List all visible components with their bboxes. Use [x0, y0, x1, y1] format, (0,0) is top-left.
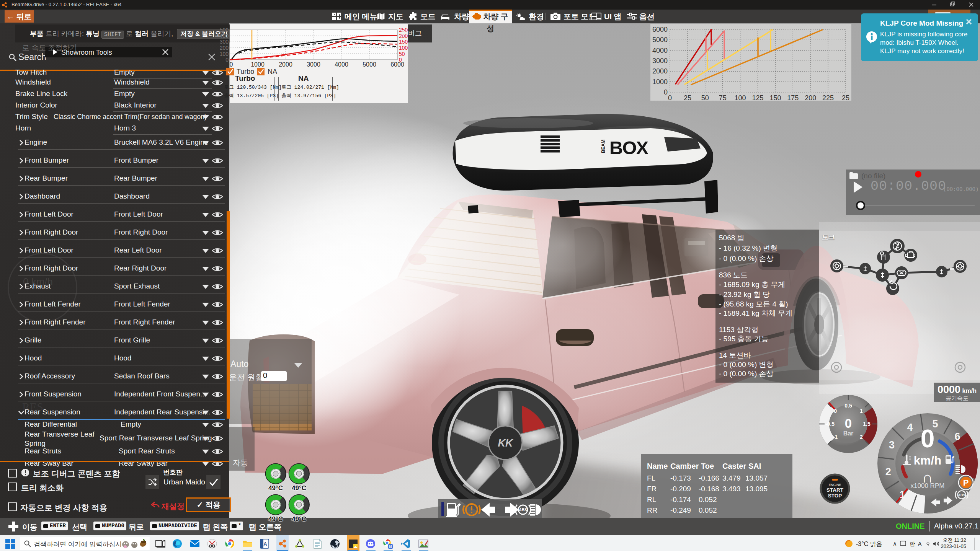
- svg-text:300: 300: [220, 39, 229, 45]
- svg-text:0: 0: [225, 57, 229, 63]
- svg-text:400: 400: [220, 33, 229, 39]
- svg-text:0: 0: [668, 94, 672, 101]
- svg-text:6: 6: [955, 431, 960, 442]
- svg-text:1: 1: [899, 489, 905, 500]
- svg-text:1: 1: [860, 408, 863, 414]
- svg-text:4: 4: [907, 422, 913, 433]
- svg-text:0: 0: [834, 408, 837, 414]
- svg-text:0: 0: [230, 61, 233, 68]
- svg-text:2000: 2000: [652, 67, 668, 75]
- svg-text:3000: 3000: [307, 61, 320, 68]
- svg-text:NA: NA: [298, 74, 309, 82]
- svg-text:km/h: km/h: [914, 454, 941, 467]
- svg-text:100: 100: [220, 51, 229, 57]
- svg-text:출력 13.97/156 [PS]: 출력 13.97/156 [PS]: [281, 93, 336, 99]
- svg-text:ENGINE: ENGINE: [829, 483, 841, 487]
- svg-text:B: B: [389, 544, 392, 549]
- svg-text:25: 25: [842, 94, 849, 101]
- svg-text:2: 2: [885, 466, 891, 478]
- svg-text:6000: 6000: [390, 61, 404, 68]
- svg-text:-0.5: -0.5: [825, 421, 835, 427]
- svg-text:출력 13.57/205 [PS]: 출력 13.57/205 [PS]: [224, 93, 279, 99]
- svg-text:ABS: ABS: [958, 493, 965, 497]
- svg-text:3: 3: [889, 439, 895, 451]
- svg-text:BOX: BOX: [609, 137, 649, 158]
- svg-text:Turbo: Turbo: [235, 74, 255, 82]
- svg-text:Bar: Bar: [843, 430, 854, 437]
- svg-text:175: 175: [787, 94, 799, 101]
- svg-text:START: START: [826, 487, 844, 493]
- svg-text:0.5: 0.5: [844, 403, 852, 409]
- svg-text:KK: KK: [498, 437, 514, 449]
- svg-text:49°C: 49°C: [292, 484, 306, 492]
- svg-text:150: 150: [769, 94, 781, 101]
- svg-text:4000: 4000: [652, 47, 668, 54]
- svg-text:1000: 1000: [652, 78, 668, 86]
- svg-text:1.5: 1.5: [863, 421, 871, 427]
- svg-text:BEAM: BEAM: [601, 140, 606, 153]
- svg-text:150: 150: [399, 39, 408, 45]
- svg-text:100: 100: [399, 45, 408, 51]
- svg-text:토크 120.50/343 [Nm]: 토크 120.50/343 [Nm]: [224, 85, 282, 90]
- svg-text:2000: 2000: [279, 61, 292, 68]
- svg-text:A: A: [263, 541, 267, 547]
- svg-text:125: 125: [752, 94, 763, 101]
- svg-text:0: 0: [664, 88, 668, 96]
- svg-text:3000: 3000: [652, 57, 668, 65]
- svg-text:ABS: ABS: [519, 508, 527, 512]
- svg-text:200: 200: [805, 94, 816, 101]
- svg-text:500: 500: [220, 27, 229, 33]
- svg-text:49°C: 49°C: [292, 515, 306, 523]
- svg-text:5000: 5000: [363, 61, 376, 68]
- svg-text:25: 25: [684, 94, 691, 101]
- svg-text:4000: 4000: [335, 61, 348, 68]
- svg-text:토크 124.02/271 [Nm]: 토크 124.02/271 [Nm]: [281, 85, 339, 90]
- svg-text:A: A: [918, 541, 922, 547]
- svg-text:50: 50: [701, 94, 709, 101]
- svg-text:-1: -1: [833, 434, 838, 440]
- svg-text:49°C: 49°C: [268, 515, 283, 523]
- svg-text:0: 0: [845, 416, 852, 430]
- svg-text:NA: NA: [268, 68, 277, 75]
- svg-text:1000: 1000: [251, 61, 265, 68]
- svg-text:200: 200: [220, 45, 229, 51]
- svg-text:225: 225: [822, 94, 834, 101]
- svg-text:P: P: [963, 478, 969, 487]
- svg-text:49°C: 49°C: [268, 484, 283, 492]
- svg-text:한: 한: [910, 541, 915, 547]
- svg-text:75: 75: [719, 94, 727, 101]
- svg-text:6000: 6000: [652, 26, 668, 33]
- svg-text:2: 2: [860, 434, 863, 440]
- svg-text:100: 100: [735, 94, 746, 101]
- svg-text:0: 0: [921, 424, 935, 453]
- svg-text:5000: 5000: [652, 36, 668, 44]
- svg-text:50: 50: [399, 51, 405, 57]
- svg-text:STOP: STOP: [828, 493, 842, 499]
- svg-text:x1000 RPM: x1000 RPM: [911, 482, 945, 489]
